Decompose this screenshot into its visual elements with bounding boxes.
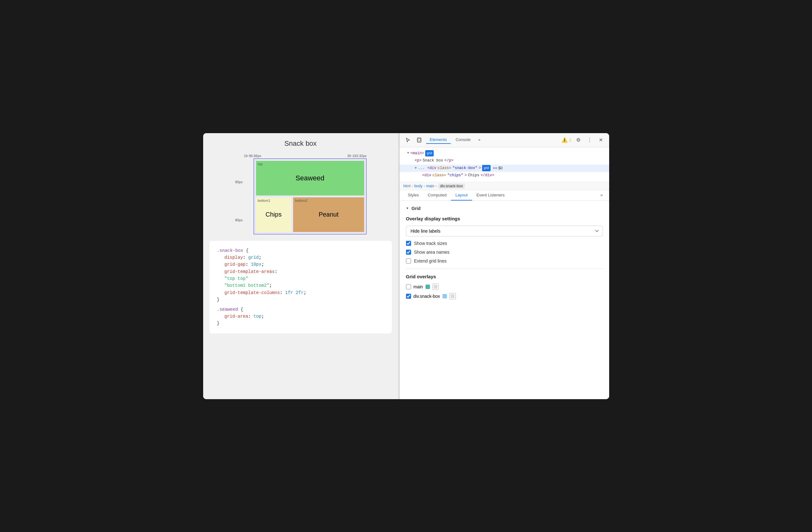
grid-bottom-row: bottom1 Chips bottom2 Peanut xyxy=(256,197,364,232)
seaweed-text: Seaweed xyxy=(295,174,324,182)
more-vert-icon[interactable]: ⋮ xyxy=(585,136,594,144)
elem-main: ▼ <main> grid xyxy=(400,150,609,157)
show-track-sizes-label: Show track sizes xyxy=(414,241,447,246)
devtools-main-tabs: Elements Console » xyxy=(426,136,559,144)
overlay-settings-title: Overlay display settings xyxy=(406,216,603,221)
browser-window: Snack box 1fr·96.66px 2fr·193.32px 80px … xyxy=(203,133,609,399)
bc-main[interactable]: main xyxy=(426,184,434,188)
gear-icon[interactable]: ⚙ xyxy=(574,136,583,144)
line-labels-dropdown[interactable]: Hide line labels Show line numbers Show … xyxy=(406,226,603,236)
code-block: .snack-box { display: grid; grid-gap: 10… xyxy=(209,241,392,333)
grid-section-header: ▼ Grid xyxy=(406,206,603,211)
layout-content: ▼ Grid Overlay display settings Hide lin… xyxy=(400,201,609,399)
bc-body[interactable]: body xyxy=(414,184,422,188)
extend-grid-lines-row: Extend grid lines xyxy=(406,258,603,264)
area-top-label: top xyxy=(258,162,263,166)
layout-tab-more[interactable]: » xyxy=(598,190,605,200)
warning-count: 1 xyxy=(569,138,571,142)
peanut-text: Peanut xyxy=(319,211,338,218)
tab-styles[interactable]: Styles xyxy=(404,190,423,200)
overlay-snack-box-checkbox[interactable] xyxy=(406,294,411,299)
col-label-1: 1fr·96.66px xyxy=(244,154,261,158)
svg-rect-1 xyxy=(418,139,420,141)
overlay-main-label: main xyxy=(414,284,423,289)
tab-event-listeners[interactable]: Event Listeners xyxy=(472,190,509,200)
code-selector-2: .seaweed xyxy=(217,307,238,312)
layout-tabs: Styles Computed Layout Event Listeners » xyxy=(400,190,609,201)
grid-visualization: 1fr·96.66px 2fr·193.32px 80px 80px top S… xyxy=(235,154,367,235)
elem-p: <p> Snack box </p> xyxy=(400,157,609,165)
bc-snack-box[interactable]: div.snack-box xyxy=(438,183,464,188)
grid-label: Grid xyxy=(411,206,420,211)
cursor-icon[interactable] xyxy=(404,136,412,144)
chips-text: Chips xyxy=(265,211,281,218)
elem-chips: <div class= "chips" > Chips </div> xyxy=(400,172,609,179)
extend-grid-lines-checkbox[interactable] xyxy=(406,258,411,264)
tab-computed[interactable]: Computed xyxy=(423,190,451,200)
overlay-main-row: main xyxy=(406,284,603,290)
device-icon[interactable] xyxy=(415,136,424,144)
extend-grid-lines-label: Extend grid lines xyxy=(414,258,447,264)
svg-point-2 xyxy=(419,141,420,142)
page-title: Snack box xyxy=(284,139,317,148)
toolbar-right: ⚙ ⋮ ✕ xyxy=(574,136,605,144)
bottom-left-area: bottom1 Chips xyxy=(256,197,291,232)
content-area: Snack box 1fr·96.66px 2fr·193.32px 80px … xyxy=(203,133,609,399)
section-divider xyxy=(406,268,603,269)
area-bottom2-label: bottom2 xyxy=(295,199,307,202)
row-label-1: 80px xyxy=(235,180,243,184)
show-area-names-label: Show area names xyxy=(414,250,450,255)
tab-layout[interactable]: Layout xyxy=(451,190,472,200)
overlay-main-icon[interactable] xyxy=(432,284,439,290)
show-area-names-checkbox[interactable] xyxy=(406,250,411,255)
bottom-right-area: bottom2 Peanut xyxy=(293,197,364,232)
tab-elements[interactable]: Elements xyxy=(426,136,451,144)
devtools-toolbar: Elements Console » ⚠️ 1 ⚙ ⋮ ✕ xyxy=(400,133,609,147)
show-track-sizes-checkbox[interactable] xyxy=(406,241,411,246)
elements-panel: ▼ <main> grid <p> Snack box </p> ▼ ... <… xyxy=(400,147,609,182)
overlay-snack-box-label: div.snack-box xyxy=(414,294,440,299)
grid-overlays-title: Grid overlays xyxy=(406,274,603,279)
overlay-snack-box-color[interactable] xyxy=(443,294,447,298)
tab-more[interactable]: » xyxy=(476,136,483,144)
overlay-main-checkbox[interactable] xyxy=(406,284,411,289)
row-label-2: 80px xyxy=(235,218,243,222)
tab-console[interactable]: Console xyxy=(452,136,475,144)
code-selector-1: .snack-box xyxy=(217,248,243,253)
area-bottom1-label: bottom1 xyxy=(258,199,271,202)
warning-badge: ⚠️ 1 xyxy=(561,137,571,143)
show-track-sizes-row: Show track sizes xyxy=(406,241,603,246)
elem-snack-box[interactable]: ▼ ... <div class= "snack-box" > grid == … xyxy=(400,165,609,172)
devtools-panel: Elements Console » ⚠️ 1 ⚙ ⋮ ✕ ▼ <m xyxy=(400,133,609,399)
breadcrumb: html › body › main › div.snack-box xyxy=(400,182,609,190)
top-area: top Seaweed xyxy=(256,161,364,195)
close-icon[interactable]: ✕ xyxy=(597,136,605,144)
left-panel: Snack box 1fr·96.66px 2fr·193.32px 80px … xyxy=(203,133,398,399)
overlay-main-color[interactable] xyxy=(425,284,430,289)
bc-html[interactable]: html xyxy=(404,184,411,188)
overlay-snack-box-row: div.snack-box xyxy=(406,293,603,299)
grid-outer: top Seaweed bottom1 Chips bottom2 Pean xyxy=(253,158,367,235)
collapse-triangle[interactable]: ▼ xyxy=(406,207,409,210)
overlay-snack-box-icon[interactable] xyxy=(449,293,456,299)
col-label-2: 2fr·193.32px xyxy=(347,154,366,158)
show-area-names-row: Show area names xyxy=(406,250,603,255)
